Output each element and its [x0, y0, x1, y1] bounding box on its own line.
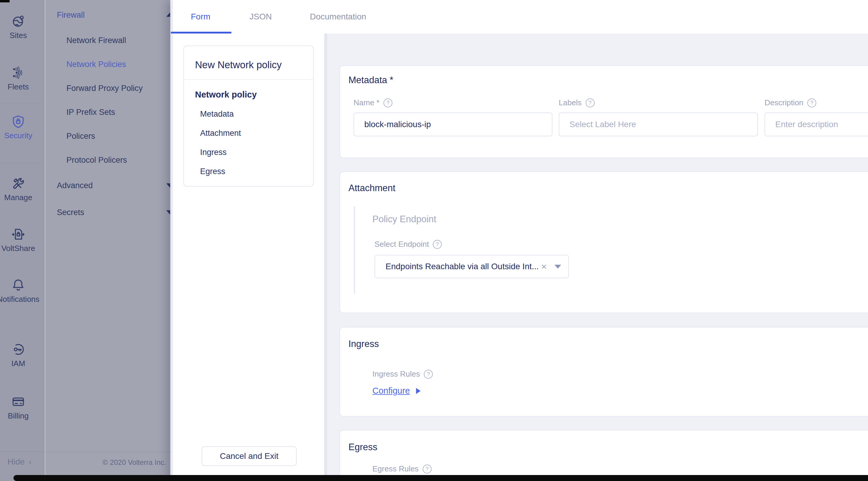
section-title: Metadata *: [348, 75, 393, 86]
bell-icon: [11, 278, 25, 292]
primary-sidebar: Sites Fleets Security: [0, 0, 45, 481]
sidebar-item-voltshare[interactable]: VoltShare: [0, 227, 45, 253]
hide-sidebar-button[interactable]: Hide‹: [7, 457, 31, 467]
chevron-up-icon[interactable]: [166, 12, 170, 17]
chevron-down-icon[interactable]: [166, 183, 170, 187]
configure-link[interactable]: Configure: [372, 386, 421, 396]
section-title: Egress: [348, 442, 377, 453]
dropdown-arrow-icon[interactable]: [555, 265, 561, 269]
cancel-and-exit-button[interactable]: Cancel and Exit: [202, 446, 297, 466]
sidebar-divider: [0, 104, 45, 104]
sidebar-item-advanced[interactable]: Advanced: [57, 177, 93, 193]
wizard-step-attachment[interactable]: Attachment: [200, 129, 257, 138]
sidebar-item-iam[interactable]: IAM: [0, 342, 45, 368]
section-title: Ingress: [348, 339, 379, 350]
divider: [184, 79, 313, 80]
ingress-section: Ingress Ingress Rules? Configure: [339, 327, 868, 417]
wizard-nav: Network policy Metadata Attachment Ingre…: [195, 90, 257, 176]
sidebar-item-network-policies[interactable]: Network Policies: [66, 56, 126, 72]
main-panel: Form JSON Documentation New Network poli…: [171, 0, 868, 481]
sidebar-item-label: Billing: [8, 411, 28, 421]
help-icon[interactable]: ?: [586, 98, 595, 108]
section-title: Attachment: [348, 183, 395, 193]
wizard-title: New Network policy: [184, 46, 313, 70]
wizard-nav-header: Network policy: [195, 90, 257, 100]
tools-icon: [11, 177, 25, 190]
chevron-left-icon: ‹: [29, 457, 32, 467]
chevron-down-icon[interactable]: [166, 210, 170, 214]
sidebar-item-manage[interactable]: Manage: [0, 177, 45, 202]
sidebar-item-network-firewall[interactable]: Network Firewall: [66, 32, 126, 49]
sidebar-item-firewall[interactable]: Firewall: [57, 7, 85, 23]
help-icon[interactable]: ?: [423, 464, 432, 474]
wizard-step-egress[interactable]: Egress: [200, 167, 257, 176]
description-field-group: Description?: [765, 98, 868, 108]
group-indent-line: [354, 206, 355, 294]
tab-json[interactable]: JSON: [249, 12, 272, 22]
sidebar-divider: [0, 163, 45, 163]
sidebar-item-forward-proxy-policy[interactable]: Forward Proxy Policy: [66, 80, 143, 96]
sidebar-item-policers[interactable]: Policers: [66, 128, 95, 144]
form-content: Metadata * Name *? Labels? Description? …: [327, 33, 868, 481]
scroll-gutter[interactable]: [324, 33, 327, 481]
clear-selection-icon[interactable]: ×: [541, 261, 547, 272]
sidebar-item-label: Manage: [4, 193, 32, 202]
help-icon[interactable]: ?: [383, 98, 393, 108]
sidebar-item-fleets[interactable]: Fleets: [0, 66, 45, 92]
metadata-section: Metadata * Name *? Labels? Description?: [339, 65, 868, 158]
sidebar-item-notifications[interactable]: Notifications: [0, 278, 45, 304]
egress-section: Egress Egress Rules?: [339, 430, 868, 481]
arrow-right-icon: [416, 388, 421, 394]
app-window: Sites Fleets Security: [0, 0, 868, 481]
wizard-column: New Network policy Network policy Metada…: [173, 33, 324, 481]
sidebar-item-label: Fleets: [8, 82, 29, 92]
shield-lock-icon: [11, 115, 25, 128]
policy-endpoint-group-title: Policy Endpoint: [372, 214, 436, 224]
help-icon[interactable]: ?: [807, 98, 816, 108]
wizard-step-ingress[interactable]: Ingress: [200, 148, 257, 157]
secure-doc-icon: [11, 227, 25, 241]
key-icon: [11, 342, 25, 356]
sidebar-item-sites[interactable]: Sites: [0, 14, 45, 40]
footer-divider: [0, 452, 170, 452]
tab-form[interactable]: Form: [191, 12, 210, 22]
sidebar-item-billing[interactable]: Billing: [0, 395, 45, 421]
endpoint-select[interactable]: Endpoints Reachable via all Outside Int.…: [374, 255, 569, 278]
window-corner: [0, 0, 9, 2]
sidebar-item-secrets[interactable]: Secrets: [57, 204, 84, 220]
labels-field-group: Labels?: [559, 98, 758, 108]
credit-card-icon: [11, 395, 25, 409]
labels-input[interactable]: [559, 113, 758, 137]
globe-icon: [11, 14, 25, 28]
sidebar-item-security[interactable]: Security: [0, 115, 45, 140]
tab-documentation[interactable]: Documentation: [310, 12, 366, 22]
tab-bar: Form JSON Documentation: [173, 0, 868, 33]
endpoint-select-value: Endpoints Reachable via all Outside Int.…: [385, 262, 538, 271]
window-bottom-bar: [13, 475, 868, 481]
wizard-card: New Network policy Network policy Metada…: [183, 46, 314, 187]
wizard-step-metadata[interactable]: Metadata: [200, 110, 257, 119]
help-icon[interactable]: ?: [424, 370, 433, 379]
sidebar-item-label: IAM: [11, 359, 25, 368]
fleet-icon: [11, 66, 25, 80]
description-input[interactable]: [765, 113, 868, 137]
sidebar-item-protocol-policers[interactable]: Protocol Policers: [66, 152, 127, 168]
secondary-sidebar: Firewall Network Firewall Network Polici…: [45, 0, 170, 481]
name-input[interactable]: [353, 113, 553, 137]
sidebar-item-ip-prefix-sets[interactable]: IP Prefix Sets: [66, 104, 115, 120]
sidebar-item-label: Sites: [9, 31, 27, 40]
sidebar-item-label: Notifications: [0, 295, 39, 304]
attachment-section: Attachment Policy Endpoint Select Endpoi…: [339, 172, 868, 313]
sidebar-item-label: Security: [4, 131, 32, 140]
name-field-group: Name *?: [353, 98, 553, 108]
copyright-text: © 2020 Volterra Inc.: [102, 458, 166, 467]
sidebar-item-label: VoltShare: [1, 244, 35, 253]
help-icon[interactable]: ?: [433, 240, 442, 249]
